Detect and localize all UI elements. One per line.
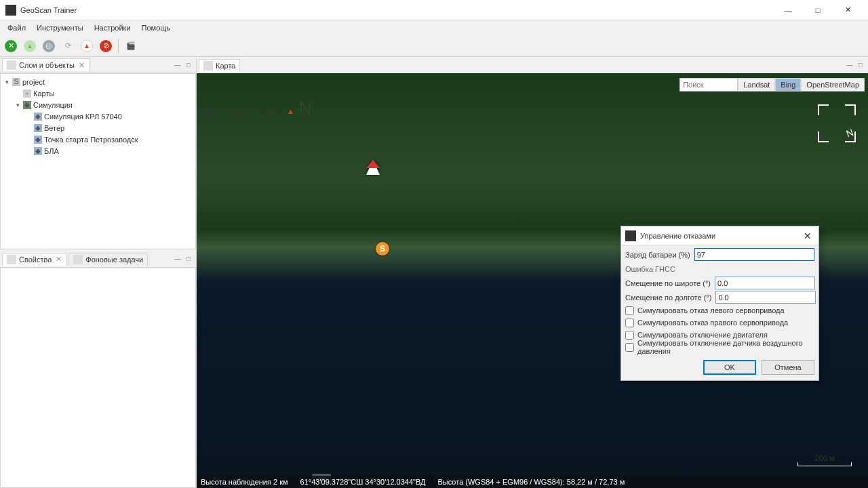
dialog-icon bbox=[625, 230, 636, 241]
chk-pressure[interactable] bbox=[625, 343, 634, 352]
node-icon: S bbox=[12, 78, 20, 86]
corner-icon bbox=[818, 104, 829, 115]
dialog-close-icon[interactable]: ✕ bbox=[801, 230, 814, 241]
tree-node[interactable]: ▫Карты bbox=[1, 87, 195, 99]
lat-offset-input[interactable] bbox=[715, 277, 815, 289]
toolbar-btn-3[interactable]: ◎ bbox=[41, 38, 57, 54]
menu-file[interactable]: Файл bbox=[3, 22, 31, 34]
chk-pressure-label: Симулировать отключение датчика воздушно… bbox=[637, 339, 814, 355]
node-label: БЛА bbox=[44, 147, 59, 155]
node-label: Точка старта Петрозаводск bbox=[44, 136, 138, 144]
scale-label: 200 м bbox=[815, 454, 835, 462]
map-area: Карта — □ Landsat Bing OpenStreetMap G E… bbox=[197, 57, 868, 488]
tasks-tab[interactable]: Фоновые задачи bbox=[68, 253, 148, 266]
camera-icon: ◎ bbox=[43, 40, 55, 52]
battery-label: Заряд батареи (%) bbox=[625, 251, 690, 259]
toolbar-btn-7[interactable]: 🎬 bbox=[123, 38, 139, 54]
status-bar: Высота наблюдения 2 км 61°43'09.3728"СШ … bbox=[197, 476, 868, 488]
app-title: GeoScan Trainer bbox=[20, 6, 773, 14]
map-search-input[interactable] bbox=[679, 78, 738, 92]
cancel-button[interactable]: Отмена bbox=[762, 360, 814, 375]
node-icon: ◆ bbox=[34, 124, 42, 132]
expand-icon[interactable]: ▾ bbox=[14, 102, 21, 108]
tree-node[interactable]: ◆БЛА bbox=[1, 145, 195, 157]
props-tab-label: Свойства bbox=[19, 256, 52, 264]
tree-node[interactable]: ◆Ветер bbox=[1, 122, 195, 134]
provider-osm[interactable]: OpenStreetMap bbox=[801, 78, 865, 92]
lon-offset-label: Смещение по долготе (°) bbox=[625, 293, 711, 302]
layers-tab-icon bbox=[7, 60, 16, 70]
lower-panes: Свойства ✕ Фоновые задачи — □ bbox=[0, 251, 196, 488]
props-tab[interactable]: Свойства ✕ bbox=[2, 253, 66, 266]
connect-icon: ✕ bbox=[5, 40, 17, 52]
lon-offset-input[interactable] bbox=[715, 291, 816, 304]
compass-widget[interactable]: N bbox=[818, 104, 856, 142]
clapper-icon: 🎬 bbox=[126, 41, 136, 50]
tree-node[interactable]: ▾◆Симуляция bbox=[1, 99, 195, 110]
failure-dialog: Управление отказами ✕ Заряд батареи (%) … bbox=[620, 226, 819, 381]
props-tab-icon bbox=[7, 255, 16, 264]
ok-button[interactable]: OK bbox=[703, 360, 756, 375]
pane-max-icon[interactable]: □ bbox=[183, 253, 194, 264]
tree-node[interactable]: ▾Sproject bbox=[1, 76, 195, 87]
window-maximize[interactable]: □ bbox=[803, 0, 833, 20]
corner-icon bbox=[818, 131, 829, 142]
layers-tab[interactable]: Слои и объекты ✕ bbox=[2, 58, 90, 71]
toolbar-btn-6[interactable]: ⊘ bbox=[98, 38, 114, 54]
lat-offset-label: Смещение по широте (°) bbox=[625, 279, 711, 287]
node-icon: ◆ bbox=[34, 113, 42, 121]
chk-engine[interactable] bbox=[625, 331, 634, 340]
battery-input[interactable] bbox=[694, 248, 814, 261]
chk-engine-label: Симулировать отключение двигателя bbox=[637, 331, 768, 339]
node-icon: ▫ bbox=[23, 89, 31, 98]
uav-marker[interactable] bbox=[366, 160, 380, 175]
layers-tree[interactable]: ▾Sproject▫Карты▾◆Симуляция◆Симуляция КРЛ… bbox=[0, 73, 196, 249]
launch-icon: ▲ bbox=[24, 40, 36, 52]
pane-minimize-icon[interactable]: — bbox=[844, 60, 855, 70]
gnss-error-label: Ошибка ГНСС bbox=[625, 265, 675, 273]
menu-settings[interactable]: Настройки bbox=[90, 22, 136, 34]
status-coords: 61°43'09.3728"СШ 34°30'12.0344"ВД bbox=[300, 478, 426, 486]
toolbar: ✕ ▲ ◎ ⟳ ▲ ⊘ 🎬 bbox=[0, 35, 868, 57]
provider-bing[interactable]: Bing bbox=[775, 78, 801, 92]
window-close[interactable]: ✕ bbox=[833, 0, 863, 20]
pane-max-icon[interactable]: □ bbox=[855, 60, 866, 70]
map-viewport[interactable]: Landsat Bing OpenStreetMap G E O S C▲N N… bbox=[197, 73, 868, 488]
map-tab[interactable]: Карта bbox=[199, 59, 240, 72]
tree-node[interactable]: ◆Симуляция КРЛ 57040 bbox=[1, 110, 195, 122]
props-tab-close-icon[interactable]: ✕ bbox=[56, 255, 62, 264]
expand-icon[interactable]: ▾ bbox=[3, 79, 10, 85]
start-marker[interactable]: S bbox=[376, 242, 389, 256]
watermark: G E O S C▲N bbox=[209, 98, 317, 119]
tree-node[interactable]: ◆Точка старта Петрозаводск bbox=[1, 134, 195, 145]
toolbar-btn-1[interactable]: ✕ bbox=[3, 38, 19, 54]
corner-icon bbox=[845, 104, 856, 115]
provider-landsat[interactable]: Landsat bbox=[738, 78, 775, 92]
pane-max-icon[interactable]: □ bbox=[183, 60, 194, 70]
pane-minimize-icon[interactable]: — bbox=[172, 253, 183, 264]
chk-left-servo[interactable] bbox=[625, 306, 634, 315]
chk-right-servo-label: Симулировать отказ правого сервопривода bbox=[637, 319, 788, 327]
pane-minimize-icon[interactable]: — bbox=[172, 60, 183, 70]
menu-tools[interactable]: Инструменты bbox=[32, 22, 88, 34]
toolbar-separator bbox=[118, 39, 119, 53]
title-bar: GeoScan Trainer — □ ✕ bbox=[0, 0, 868, 20]
node-icon: ◆ bbox=[34, 136, 42, 144]
window-minimize[interactable]: — bbox=[773, 0, 803, 20]
properties-panel bbox=[0, 267, 196, 488]
map-provider-bar: Landsat Bing OpenStreetMap bbox=[679, 78, 865, 92]
stop-icon: ⊘ bbox=[100, 40, 112, 52]
dialog-titlebar[interactable]: Управление отказами ✕ bbox=[621, 226, 818, 245]
layers-tab-close-icon[interactable]: ✕ bbox=[79, 61, 85, 70]
app-icon bbox=[5, 5, 16, 16]
toolbar-btn-2[interactable]: ▲ bbox=[22, 38, 38, 54]
node-label: Симуляция КРЛ 57040 bbox=[44, 113, 122, 121]
lower-tabs: Свойства ✕ Фоновые задачи — □ bbox=[0, 251, 196, 267]
tasks-tab-label: Фоновые задачи bbox=[85, 256, 143, 264]
menu-help[interactable]: Помощь bbox=[137, 22, 176, 34]
node-icon: ◆ bbox=[23, 101, 31, 109]
toolbar-btn-4[interactable]: ⟳ bbox=[60, 38, 76, 54]
toolbar-btn-5[interactable]: ▲ bbox=[79, 38, 95, 54]
map-tab-label: Карта bbox=[216, 62, 235, 70]
chk-right-servo[interactable] bbox=[625, 319, 634, 327]
